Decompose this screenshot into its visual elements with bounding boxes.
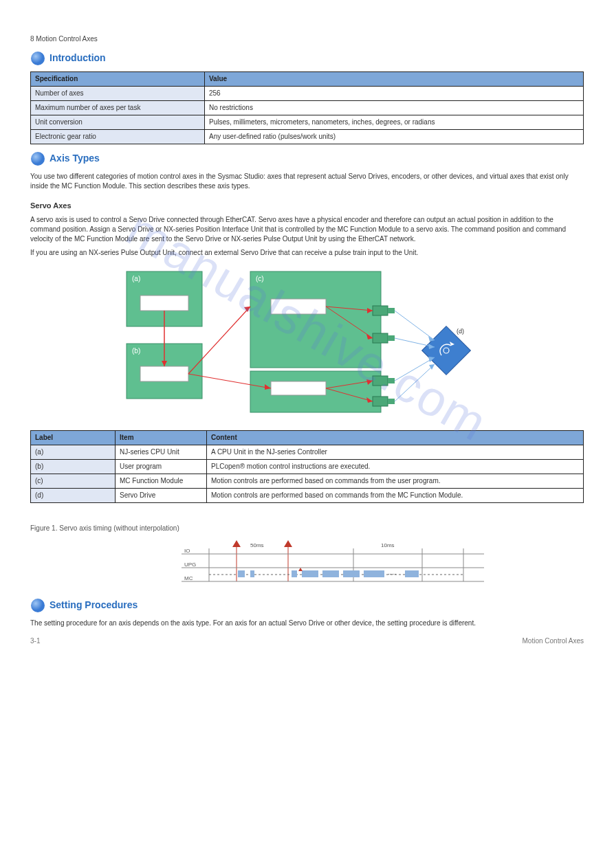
svg-line-41 <box>395 364 435 401</box>
svg-text:·····: ····· <box>388 570 397 577</box>
lane-mc: MC <box>184 575 193 581</box>
paragraph: A servo axis is used to control a Servo … <box>30 215 584 244</box>
th: Specification <box>31 72 205 87</box>
th: Item <box>116 430 207 445</box>
svg-line-37 <box>395 338 435 347</box>
td: MC Function Module <box>116 474 207 488</box>
td: User program <box>116 459 207 474</box>
paragraph: If you are using an NX-series Pulse Outp… <box>30 248 584 258</box>
td: Unit conversion <box>31 115 205 130</box>
paragraph: The setting procedure for an axis depend… <box>30 619 584 628</box>
section-title: Setting Procedures <box>50 599 138 612</box>
svg-rect-16 <box>388 308 395 313</box>
td: A CPU Unit in the NJ-series Controller <box>207 445 584 459</box>
td: Pulses, millimeters, micrometers, nanome… <box>205 115 584 130</box>
page-footer: 3-1 Motion Control Axes <box>30 636 584 646</box>
svg-rect-5 <box>140 366 188 381</box>
svg-rect-9 <box>271 299 326 314</box>
td: Maximum number of axes per task <box>31 101 205 115</box>
diagram-legend-table: Label Item Content (a)NJ-series CPU Unit… <box>30 430 584 503</box>
section-title: Introduction <box>50 52 106 65</box>
svg-point-1 <box>31 152 45 166</box>
subheading-servo: Servo Axes <box>30 201 584 211</box>
td: PLCopen® motion control instructions are… <box>207 459 584 474</box>
page-header: 8 Motion Control Axes <box>30 34 584 44</box>
svg-rect-3 <box>140 296 188 311</box>
svg-rect-59 <box>322 570 339 577</box>
td: Number of axes <box>31 87 205 101</box>
svg-rect-15 <box>373 397 388 406</box>
spec-table-1: Specification Value Number of axes256 Ma… <box>30 71 584 144</box>
th: Content <box>207 430 584 445</box>
svg-text:10ms: 10ms <box>381 542 395 548</box>
svg-rect-61 <box>364 570 384 577</box>
svg-point-67 <box>31 599 45 612</box>
td: (b) <box>31 459 116 474</box>
label-c: (c) <box>256 275 264 282</box>
svg-rect-14 <box>373 376 388 386</box>
svg-marker-43 <box>232 540 241 547</box>
th: Label <box>31 430 116 445</box>
svg-rect-18 <box>388 378 395 383</box>
svg-marker-45 <box>284 540 292 547</box>
svg-marker-21 <box>244 307 250 312</box>
section-title: Axis Types <box>50 152 100 166</box>
svg-rect-17 <box>388 335 395 341</box>
section-intro-heading: Introduction <box>30 51 584 66</box>
svg-rect-11 <box>271 381 326 395</box>
td: Electronic gear ratio <box>31 130 205 144</box>
figure-caption: Figure 1. Servo axis timing (without int… <box>30 524 584 533</box>
svg-rect-8 <box>250 271 381 368</box>
th: Value <box>205 72 584 87</box>
td: NJ-series CPU Unit <box>116 445 207 459</box>
bullet-icon <box>30 151 45 166</box>
label-d: (d) <box>457 328 464 335</box>
footer-right: Motion Control Axes <box>523 636 584 646</box>
svg-rect-58 <box>302 570 318 577</box>
td: Servo Drive <box>116 488 207 502</box>
svg-line-35 <box>395 311 435 340</box>
svg-rect-57 <box>292 570 297 577</box>
td: Any user-defined ratio (pulses/work unit… <box>205 130 584 144</box>
svg-rect-60 <box>343 570 360 577</box>
bullet-icon <box>30 51 45 66</box>
lane-io: IO <box>184 548 190 554</box>
svg-rect-63 <box>405 570 419 577</box>
svg-line-39 <box>395 357 435 381</box>
svg-rect-12 <box>373 306 388 315</box>
section-setting-heading: Setting Procedures <box>30 598 584 613</box>
td: Motion controls are performed based on c… <box>207 488 584 502</box>
block-diagram: (a) (b) (c) <box>113 265 498 425</box>
td: (a) <box>31 445 116 459</box>
svg-rect-56 <box>250 570 254 577</box>
section-axistypes-heading: Axis Types <box>30 151 584 166</box>
td: No restrictions <box>205 101 584 115</box>
label-a: (a) <box>132 275 140 282</box>
td: (c) <box>31 474 116 488</box>
svg-rect-55 <box>238 570 245 577</box>
svg-rect-19 <box>388 399 395 404</box>
svg-text:50ms: 50ms <box>250 542 264 548</box>
svg-marker-64 <box>298 568 303 571</box>
intro-paragraph: You use two different categories of moti… <box>30 172 584 191</box>
lane-upg: UPG <box>184 561 196 568</box>
td: (d) <box>31 488 116 502</box>
timing-diagram: IO UPG MC ····· 50ms 10ms <box>182 540 484 591</box>
label-b: (b) <box>132 347 140 355</box>
svg-rect-13 <box>373 333 388 343</box>
bullet-icon <box>30 598 45 613</box>
svg-point-0 <box>31 52 45 65</box>
footer-left: 3-1 <box>30 636 40 646</box>
td: 256 <box>205 87 584 101</box>
td: Motion controls are performed based on c… <box>207 474 584 488</box>
